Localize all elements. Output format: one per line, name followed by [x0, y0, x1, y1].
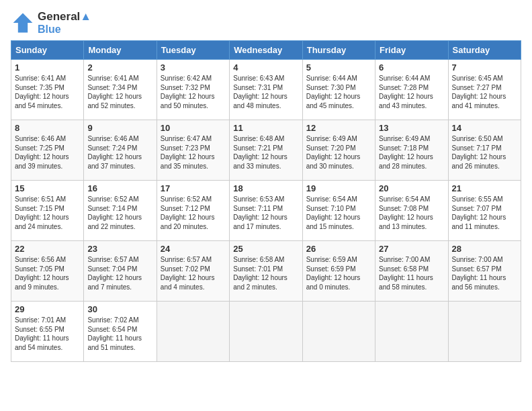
calendar-day-cell: 3 Sunrise: 6:42 AM Sunset: 7:32 PM Dayli… — [157, 60, 229, 120]
calendar-day-cell: 30 Sunrise: 7:02 AM Sunset: 6:54 PM Dayl… — [84, 302, 157, 362]
calendar-day-cell: 25 Sunrise: 6:58 AM Sunset: 7:01 PM Dayl… — [230, 241, 302, 302]
calendar-day-cell: 5 Sunrise: 6:44 AM Sunset: 7:30 PM Dayli… — [302, 60, 375, 120]
calendar-day-cell: 18 Sunrise: 6:53 AM Sunset: 7:11 PM Dayl… — [230, 181, 302, 241]
day-info: Sunrise: 7:00 AM Sunset: 6:57 PM Dayligh… — [452, 255, 517, 291]
day-number: 9 — [87, 123, 152, 133]
day-info: Sunrise: 6:54 AM Sunset: 7:08 PM Dayligh… — [379, 195, 444, 231]
day-number: 26 — [306, 244, 371, 254]
day-info: Sunrise: 6:59 AM Sunset: 6:59 PM Dayligh… — [306, 255, 371, 291]
calendar-day-cell: 29 Sunrise: 7:01 AM Sunset: 6:55 PM Dayl… — [11, 302, 84, 362]
calendar-day-cell: 1 Sunrise: 6:41 AM Sunset: 7:35 PM Dayli… — [11, 60, 84, 120]
day-number: 21 — [452, 183, 517, 193]
day-info: Sunrise: 6:49 AM Sunset: 7:18 PM Dayligh… — [379, 134, 444, 171]
day-info: Sunrise: 6:56 AM Sunset: 7:05 PM Dayligh… — [15, 255, 80, 291]
day-info: Sunrise: 6:44 AM Sunset: 7:28 PM Dayligh… — [379, 74, 444, 110]
calendar-day-cell: 24 Sunrise: 6:57 AM Sunset: 7:02 PM Dayl… — [157, 241, 229, 302]
calendar-day-cell — [448, 302, 521, 362]
day-info: Sunrise: 6:57 AM Sunset: 7:02 PM Dayligh… — [161, 255, 226, 291]
calendar-day-cell: 4 Sunrise: 6:43 AM Sunset: 7:31 PM Dayli… — [230, 60, 302, 120]
calendar-day-cell: 27 Sunrise: 7:00 AM Sunset: 6:58 PM Dayl… — [375, 241, 448, 302]
day-info: Sunrise: 7:00 AM Sunset: 6:58 PM Dayligh… — [379, 255, 444, 291]
day-number: 29 — [15, 304, 80, 314]
day-number: 20 — [379, 183, 444, 193]
day-info: Sunrise: 6:41 AM Sunset: 7:34 PM Dayligh… — [87, 74, 152, 110]
day-number: 24 — [161, 244, 226, 254]
calendar-day-cell: 17 Sunrise: 6:52 AM Sunset: 7:12 PM Dayl… — [157, 181, 229, 241]
logo: General▲ Blue — [11, 11, 91, 35]
day-info: Sunrise: 6:51 AM Sunset: 7:15 PM Dayligh… — [15, 195, 80, 231]
day-number: 13 — [379, 123, 444, 133]
calendar-week-row: 8 Sunrise: 6:46 AM Sunset: 7:25 PM Dayli… — [11, 120, 521, 181]
day-number: 19 — [306, 183, 371, 193]
calendar-day-cell: 22 Sunrise: 6:56 AM Sunset: 7:05 PM Dayl… — [11, 241, 84, 302]
day-number: 5 — [306, 62, 371, 73]
weekday-header: Sunday — [11, 41, 84, 60]
day-info: Sunrise: 6:46 AM Sunset: 7:24 PM Dayligh… — [87, 134, 152, 171]
day-info: Sunrise: 6:45 AM Sunset: 7:27 PM Dayligh… — [452, 74, 517, 110]
calendar-day-cell: 9 Sunrise: 6:46 AM Sunset: 7:24 PM Dayli… — [84, 120, 157, 181]
calendar-day-cell: 7 Sunrise: 6:45 AM Sunset: 7:27 PM Dayli… — [448, 60, 521, 120]
calendar-day-cell: 11 Sunrise: 6:48 AM Sunset: 7:21 PM Dayl… — [230, 120, 302, 181]
calendar-day-cell: 6 Sunrise: 6:44 AM Sunset: 7:28 PM Dayli… — [375, 60, 448, 120]
day-info: Sunrise: 6:46 AM Sunset: 7:25 PM Dayligh… — [15, 134, 80, 171]
day-number: 23 — [87, 244, 152, 254]
calendar-day-cell: 23 Sunrise: 6:57 AM Sunset: 7:04 PM Dayl… — [84, 241, 157, 302]
calendar-day-cell: 16 Sunrise: 6:52 AM Sunset: 7:14 PM Dayl… — [84, 181, 157, 241]
day-number: 17 — [161, 183, 226, 193]
logo-icon — [11, 11, 35, 35]
day-number: 10 — [161, 123, 226, 133]
svg-marker-0 — [13, 13, 33, 33]
calendar-day-cell — [302, 302, 375, 362]
day-info: Sunrise: 6:44 AM Sunset: 7:30 PM Dayligh… — [306, 74, 371, 110]
day-info: Sunrise: 6:47 AM Sunset: 7:23 PM Dayligh… — [161, 134, 226, 171]
calendar-day-cell: 21 Sunrise: 6:55 AM Sunset: 7:07 PM Dayl… — [448, 181, 521, 241]
day-info: Sunrise: 6:54 AM Sunset: 7:10 PM Dayligh… — [306, 195, 371, 231]
day-number: 3 — [161, 62, 226, 73]
weekday-header: Friday — [375, 41, 448, 60]
calendar-day-cell: 13 Sunrise: 6:49 AM Sunset: 7:18 PM Dayl… — [375, 120, 448, 181]
calendar-week-row: 1 Sunrise: 6:41 AM Sunset: 7:35 PM Dayli… — [11, 60, 521, 120]
day-number: 8 — [15, 123, 80, 133]
day-info: Sunrise: 6:50 AM Sunset: 7:17 PM Dayligh… — [452, 134, 517, 171]
day-info: Sunrise: 6:55 AM Sunset: 7:07 PM Dayligh… — [452, 195, 517, 231]
calendar-week-row: 22 Sunrise: 6:56 AM Sunset: 7:05 PM Dayl… — [11, 241, 521, 302]
weekday-header: Saturday — [448, 41, 521, 60]
day-number: 2 — [87, 62, 152, 73]
weekday-header: Tuesday — [157, 41, 229, 60]
day-info: Sunrise: 6:57 AM Sunset: 7:04 PM Dayligh… — [87, 255, 152, 291]
day-number: 4 — [233, 62, 298, 73]
calendar-day-cell: 28 Sunrise: 7:00 AM Sunset: 6:57 PM Dayl… — [448, 241, 521, 302]
calendar-day-cell — [230, 302, 302, 362]
day-info: Sunrise: 7:02 AM Sunset: 6:54 PM Dayligh… — [87, 316, 152, 352]
calendar-day-cell — [375, 302, 448, 362]
calendar-table: SundayMondayTuesdayWednesdayThursdayFrid… — [11, 40, 521, 362]
calendar-day-cell: 15 Sunrise: 6:51 AM Sunset: 7:15 PM Dayl… — [11, 181, 84, 241]
calendar-week-row: 29 Sunrise: 7:01 AM Sunset: 6:55 PM Dayl… — [11, 302, 521, 362]
day-info: Sunrise: 6:41 AM Sunset: 7:35 PM Dayligh… — [15, 74, 80, 110]
calendar-day-cell: 12 Sunrise: 6:49 AM Sunset: 7:20 PM Dayl… — [302, 120, 375, 181]
day-number: 1 — [15, 62, 80, 73]
day-number: 25 — [233, 244, 298, 254]
day-number: 28 — [452, 244, 517, 254]
logo-text: General▲ Blue — [38, 11, 91, 35]
day-number: 15 — [15, 183, 80, 193]
calendar-day-cell: 19 Sunrise: 6:54 AM Sunset: 7:10 PM Dayl… — [302, 181, 375, 241]
calendar-week-row: 15 Sunrise: 6:51 AM Sunset: 7:15 PM Dayl… — [11, 181, 521, 241]
day-info: Sunrise: 6:49 AM Sunset: 7:20 PM Dayligh… — [306, 134, 371, 171]
calendar-day-cell: 14 Sunrise: 6:50 AM Sunset: 7:17 PM Dayl… — [448, 120, 521, 181]
day-info: Sunrise: 6:53 AM Sunset: 7:11 PM Dayligh… — [233, 195, 298, 231]
calendar-day-cell: 10 Sunrise: 6:47 AM Sunset: 7:23 PM Dayl… — [157, 120, 229, 181]
day-number: 22 — [15, 244, 80, 254]
day-info: Sunrise: 6:52 AM Sunset: 7:12 PM Dayligh… — [161, 195, 226, 231]
day-number: 7 — [452, 62, 517, 73]
day-number: 11 — [233, 123, 298, 133]
day-number: 27 — [379, 244, 444, 254]
day-info: Sunrise: 6:52 AM Sunset: 7:14 PM Dayligh… — [87, 195, 152, 231]
day-number: 6 — [379, 62, 444, 73]
day-info: Sunrise: 7:01 AM Sunset: 6:55 PM Dayligh… — [15, 316, 80, 352]
day-number: 16 — [87, 183, 152, 193]
calendar-day-cell — [157, 302, 229, 362]
day-number: 30 — [87, 304, 152, 314]
day-info: Sunrise: 6:58 AM Sunset: 7:01 PM Dayligh… — [233, 255, 298, 291]
calendar-day-cell: 8 Sunrise: 6:46 AM Sunset: 7:25 PM Dayli… — [11, 120, 84, 181]
